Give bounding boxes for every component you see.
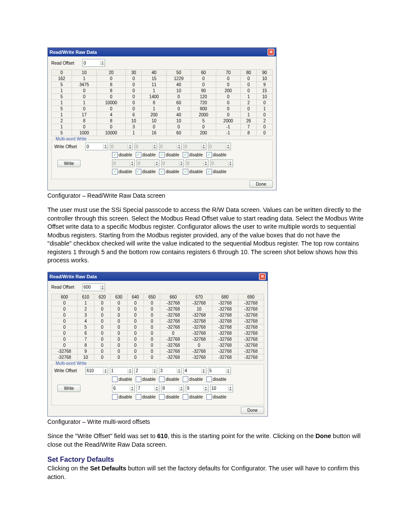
disable-checkbox[interactable]: disable [183, 394, 203, 400]
cell: 200 [191, 130, 216, 136]
table-row: 28810101052000262 [52, 118, 273, 124]
read-offset-input[interactable]: ▲▼ [82, 283, 105, 291]
spinner-arrows-icon[interactable]: ▲▼ [154, 386, 159, 391]
disable-checkbox[interactable]: disable [136, 394, 156, 400]
spinner-arrows-icon[interactable]: ▲▼ [103, 368, 108, 373]
value-spinner: ▲▼ [134, 143, 157, 150]
write-offset-input[interactable]: ▲▼ [85, 143, 108, 150]
cell: 8 [240, 130, 256, 136]
cell: 0 [143, 342, 160, 348]
value-spinner[interactable]: ▲▼ [134, 367, 157, 375]
read-offset-input[interactable]: ▲▼ [82, 59, 105, 67]
cell: 0 [111, 312, 127, 318]
close-icon[interactable]: ✕ [259, 273, 266, 280]
cell: 8 [78, 342, 94, 348]
cell: 0 [256, 130, 272, 136]
value-spinner[interactable]: ▲▼ [159, 367, 182, 375]
cell: -1 [216, 124, 240, 130]
cell: 3475 [72, 82, 97, 88]
cell: 0 [94, 318, 110, 324]
cell: 4 [97, 112, 126, 118]
table-row: 010000-32768-32768-32768-32768 [52, 300, 264, 306]
spinner-arrows-icon[interactable]: ▲▼ [201, 368, 206, 373]
cell: 1 [142, 88, 166, 94]
cell: -32768 [160, 300, 186, 306]
group-title: Multi-word Write [54, 137, 88, 141]
value-spinner[interactable]: ▲▼ [110, 367, 133, 375]
value-spinner[interactable]: ▲▼ [112, 385, 135, 392]
value-spinner[interactable]: ▲▼ [161, 385, 184, 392]
disable-checkbox[interactable]: disable [206, 376, 227, 382]
figure-caption: Configurator – Write multi-word offsets [47, 418, 364, 425]
disable-checkbox[interactable]: ✓disable [112, 169, 132, 174]
cell: -32768 [212, 348, 238, 354]
cell: 8 [97, 118, 126, 124]
cell: 0 [127, 330, 143, 336]
value-spinner[interactable]: ▲▼ [184, 367, 206, 375]
spinner-arrows-icon: ▲▼ [201, 144, 206, 149]
spinner-arrows-icon[interactable]: ▲▼ [152, 368, 157, 373]
cell: 0 [97, 94, 126, 100]
disable-checkbox[interactable]: ✓disable [159, 152, 179, 158]
value-spinner[interactable]: ▲▼ [208, 367, 231, 375]
disable-checkbox[interactable]: disable [159, 394, 179, 400]
cell: 0 [166, 106, 191, 112]
spinner-arrows-icon[interactable]: ▲▼ [128, 368, 132, 373]
disable-checkbox[interactable]: disable [183, 376, 203, 382]
cell: 0 [240, 88, 256, 94]
disable-checkbox[interactable]: disable [136, 376, 156, 382]
spinner-arrows-icon[interactable]: ▲▼ [203, 386, 208, 391]
cell: 1 [256, 106, 272, 112]
cell: 0 [72, 94, 97, 100]
close-icon[interactable]: ✕ [268, 49, 274, 56]
cell: -32768 [238, 330, 264, 336]
cell: 0 [52, 312, 78, 318]
cell: -32768 [186, 348, 212, 354]
spinner-arrows-icon[interactable]: ▲▼ [179, 386, 184, 391]
cell: 0 [256, 124, 272, 130]
disable-checkbox[interactable]: disable [206, 394, 227, 400]
disable-checkbox[interactable]: ✓disable [206, 152, 227, 158]
spinner-arrows-icon[interactable]: ▲▼ [226, 368, 230, 373]
spinner-arrows-icon: ▲▼ [226, 144, 230, 149]
disable-checkbox[interactable]: disable [112, 376, 132, 382]
cell: 0 [127, 318, 143, 324]
cell: 1229 [166, 76, 191, 82]
spinner-arrows-icon[interactable]: ▲▼ [228, 386, 233, 391]
spinner-arrows-icon[interactable]: ▲▼ [103, 144, 108, 149]
disable-checkbox[interactable]: ✓disable [136, 169, 156, 174]
cell: 0 [94, 342, 110, 348]
write-button[interactable]: Write [57, 385, 80, 392]
disable-checkbox[interactable]: disable [159, 376, 179, 382]
spinner-arrows-icon[interactable]: ▲▼ [177, 368, 181, 373]
table-row: -3276890000-32768-32768-32768-32768 [52, 348, 264, 354]
write-offset-input[interactable]: ▲▼ [85, 367, 108, 375]
disable-checkbox[interactable]: ✓disable [112, 152, 132, 158]
disable-checkbox[interactable]: ✓disable [183, 169, 203, 174]
column-header: 0 [52, 70, 72, 76]
disable-checkbox[interactable]: ✓disable [183, 152, 203, 158]
disable-checkbox[interactable]: ✓disable [206, 169, 227, 174]
table-row: 0600000-32768-32768-32768 [52, 330, 264, 336]
spinner-arrows-icon[interactable]: ▲▼ [100, 285, 105, 290]
done-button[interactable]: Done [249, 180, 273, 188]
disable-checkbox[interactable]: ✓disable [159, 169, 179, 174]
cell: 0 [111, 348, 127, 354]
column-header: 680 [212, 294, 238, 300]
cell: 9 [78, 348, 94, 354]
spinner-arrows-icon[interactable]: ▲▼ [130, 386, 134, 391]
disable-checkbox[interactable]: disable [112, 394, 132, 400]
cell: 8 [142, 100, 166, 106]
write-button[interactable]: Write [57, 160, 80, 167]
value-spinner[interactable]: ▲▼ [137, 385, 159, 392]
disable-checkbox[interactable]: ✓disable [136, 152, 156, 158]
cell: -32768 [238, 348, 264, 354]
cell: 60 [166, 130, 191, 136]
cell: 0 [52, 306, 78, 312]
value-spinner[interactable]: ▲▼ [186, 385, 209, 392]
spinner-arrows-icon[interactable]: ▲▼ [100, 60, 105, 65]
cell: 1 [52, 112, 72, 118]
done-button[interactable]: Done [241, 407, 264, 414]
value-spinner[interactable]: ▲▼ [210, 385, 233, 392]
cell: 0 [143, 330, 160, 336]
